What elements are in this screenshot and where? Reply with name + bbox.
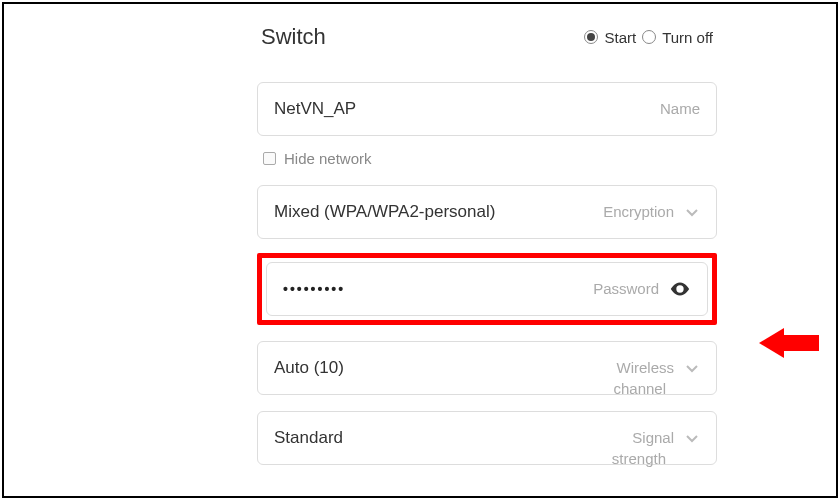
radio-start-label: Start (604, 29, 636, 46)
password-value: ••••••••• (283, 281, 593, 297)
radio-turnoff-label: Turn off (662, 29, 713, 46)
hide-network-label: Hide network (284, 150, 372, 167)
name-field[interactable]: NetVN_AP Name (257, 82, 717, 136)
radio-start[interactable] (584, 30, 598, 44)
signal-strength-field[interactable]: Standard Signal strength (257, 411, 717, 465)
password-highlight: ••••••••• Password (257, 253, 717, 325)
switch-radio-group: Start Turn off (584, 29, 713, 46)
annotation-arrow (759, 328, 819, 358)
eye-icon[interactable] (669, 278, 691, 300)
chevron-down-icon (684, 430, 700, 446)
radio-turnoff[interactable] (642, 30, 656, 44)
wireless-channel-value: Auto (10) (274, 358, 616, 378)
signal-strength-value: Standard (274, 428, 632, 448)
svg-point-0 (678, 287, 682, 291)
chevron-down-icon (684, 204, 700, 220)
name-value: NetVN_AP (274, 99, 660, 119)
signal-strength-label2: strength (612, 450, 666, 467)
section-title: Switch (261, 24, 326, 50)
password-field[interactable]: ••••••••• Password (266, 262, 708, 316)
password-label: Password (593, 280, 659, 297)
encryption-field[interactable]: Mixed (WPA/WPA2-personal) Encryption (257, 185, 717, 239)
chevron-down-icon (684, 360, 700, 376)
hide-network-checkbox[interactable] (263, 152, 276, 165)
encryption-value: Mixed (WPA/WPA2-personal) (274, 202, 603, 222)
name-label: Name (660, 100, 700, 117)
wireless-channel-field[interactable]: Auto (10) Wireless channel (257, 341, 717, 395)
wireless-channel-label2: channel (613, 380, 666, 397)
signal-strength-label: Signal (632, 429, 674, 446)
wireless-channel-label: Wireless (616, 359, 674, 376)
encryption-label: Encryption (603, 203, 674, 220)
